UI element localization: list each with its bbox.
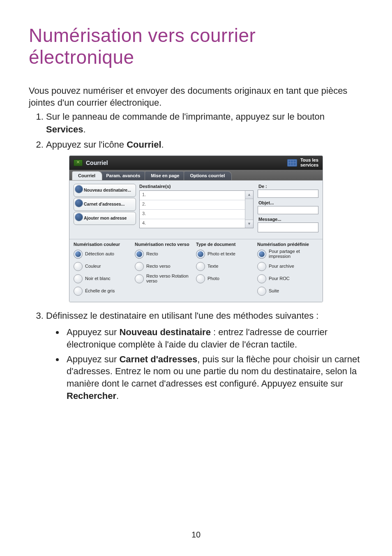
option-header: Type de document: [196, 242, 257, 247]
all-services-icon[interactable]: [287, 159, 297, 167]
radio-icon: [196, 274, 205, 283]
option-roc[interactable]: Pour ROC: [257, 273, 318, 285]
radio-icon: [135, 274, 144, 283]
option-texte[interactable]: Texte: [196, 261, 257, 272]
recipients-header: Destinataire(s): [139, 184, 254, 189]
option-photo-et-texte[interactable]: Photo et texte: [196, 248, 257, 260]
step-2-post: .: [161, 139, 164, 150]
option-photo[interactable]: Photo: [196, 273, 257, 285]
option-label: Suite: [269, 289, 279, 294]
option-label: Échelle de gris: [85, 289, 115, 294]
recipient-row[interactable]: 4.: [140, 219, 245, 229]
option-label: Recto verso Rotation verso: [146, 274, 196, 283]
radio-icon: [196, 262, 205, 271]
button-orb-icon: [75, 185, 83, 193]
recipients-scrollbar[interactable]: ▲ ▼: [245, 191, 253, 228]
radio-icon: [74, 262, 83, 271]
bullet-1: Appuyez sur Nouveau destinataire : entre…: [64, 326, 363, 350]
option-echelle-de-gris[interactable]: Échelle de gris: [74, 285, 135, 297]
subject-label: Objet...: [258, 200, 318, 205]
option-label: Recto: [146, 252, 158, 257]
option-recto[interactable]: Recto: [135, 248, 196, 260]
button-orb-icon: [75, 199, 83, 207]
step-1-pre: Sur le panneau de commande de l'impriman…: [46, 111, 325, 122]
option-archive[interactable]: Pour archive: [257, 261, 318, 272]
tab-param-avances[interactable]: Param. avancés: [100, 171, 147, 180]
address-book-button[interactable]: Carnet d'adresses...: [74, 198, 136, 211]
tab-strip: Courriel Param. avancés Mise en page Opt…: [69, 170, 323, 181]
tab-courriel[interactable]: Courriel: [72, 171, 102, 180]
option-label: Photo: [208, 276, 219, 281]
step-2: Appuyez sur l'icône Courriel.: [46, 139, 363, 151]
option-recto-verso[interactable]: Recto verso: [135, 261, 196, 272]
radio-icon: [74, 274, 83, 283]
new-recipient-label: Nouveau destinataire...: [84, 188, 131, 192]
scroll-down-icon[interactable]: ▼: [245, 220, 253, 228]
option-label: Pour partage et impression: [269, 249, 318, 259]
step-1-bold: Services: [46, 124, 83, 134]
radio-icon: [135, 262, 144, 271]
step-1: Sur le panneau de commande de l'impriman…: [46, 111, 363, 136]
intro-text: Vous pouvez numériser et envoyer des doc…: [29, 85, 363, 109]
window-title: Courriel: [86, 160, 108, 166]
scroll-track[interactable]: [245, 199, 253, 220]
option-label: Photo et texte: [208, 252, 235, 257]
option-detection-auto[interactable]: Détection auto: [74, 248, 135, 260]
step-2-bold: Courriel: [127, 139, 161, 150]
option-column-duplex: Numérisation recto verso Recto Recto ver…: [135, 242, 196, 298]
step-2-pre: Appuyez sur l'icône: [46, 139, 127, 150]
option-header: Numérisation prédéfinie: [257, 242, 318, 247]
recipient-row[interactable]: 3.: [140, 210, 245, 219]
option-label: Recto verso: [146, 264, 171, 269]
recipient-row[interactable]: 2.: [140, 200, 245, 210]
add-my-address-button[interactable]: Ajouter mon adresse: [74, 212, 136, 225]
radio-icon: [74, 250, 83, 259]
button-orb-icon: [75, 213, 83, 221]
bullet-2-post: .: [116, 391, 119, 401]
envelope-icon: [74, 160, 83, 166]
scroll-up-icon[interactable]: ▲: [245, 191, 253, 199]
option-label: Noir et blanc: [85, 276, 111, 281]
option-label: Détection auto: [85, 252, 114, 257]
tab-mise-en-page[interactable]: Mise en page: [145, 171, 186, 180]
tab-options-courriel[interactable]: Options courriel: [184, 171, 232, 180]
option-column-color: Numérisation couleur Détection auto Coul…: [74, 242, 135, 298]
email-screenshot: Courriel Tous les services Courriel Para…: [69, 155, 323, 302]
option-couleur[interactable]: Couleur: [74, 261, 135, 272]
radio-icon: [257, 287, 266, 296]
option-label: Texte: [208, 264, 218, 269]
add-my-address-label: Ajouter mon adresse: [84, 216, 127, 220]
from-label: De :: [258, 184, 318, 189]
option-label: Pour ROC: [269, 276, 290, 281]
new-recipient-button[interactable]: Nouveau destinataire...: [74, 184, 136, 197]
page-number: 10: [0, 530, 392, 540]
bullet-2-bold2: Rechercher: [67, 391, 116, 401]
step-1-post: .: [83, 124, 86, 134]
subject-field[interactable]: [258, 206, 318, 214]
bullet-1-bold: Nouveau destinataire: [119, 327, 211, 337]
option-header: Numérisation recto verso: [135, 242, 196, 247]
bullet-2-bold: Carnet d'adresses: [119, 354, 197, 364]
message-label: Message...: [258, 217, 318, 222]
radio-icon: [257, 250, 266, 259]
bullet-2: Appuyez sur Carnet d'adresses, puis sur …: [64, 353, 363, 402]
option-label: Couleur: [85, 264, 101, 269]
option-column-preset: Numérisation prédéfinie Pour partage et …: [257, 242, 318, 298]
option-label: Pour archive: [269, 264, 294, 269]
step-3: Définissez le destinataire en utilisant …: [46, 310, 363, 322]
option-noir-et-blanc[interactable]: Noir et blanc: [74, 273, 135, 285]
recipients-list[interactable]: 1. 2. 3. 4. ▲ ▼: [139, 190, 254, 228]
option-recto-verso-rotation[interactable]: Recto verso Rotation verso: [135, 273, 196, 285]
page-title: Numérisation vers courrier électronique: [29, 25, 363, 68]
bullet-1-pre: Appuyez sur: [67, 327, 119, 337]
all-services-label[interactable]: Tous les services: [300, 158, 318, 167]
option-suite[interactable]: Suite: [257, 285, 318, 297]
message-field[interactable]: [258, 222, 318, 232]
bullet-2-pre: Appuyez sur: [67, 354, 119, 364]
address-book-label: Carnet d'adresses...: [84, 202, 125, 206]
radio-icon: [257, 274, 266, 283]
from-field[interactable]: [258, 190, 318, 198]
recipient-row[interactable]: 1.: [140, 191, 245, 200]
radio-icon: [74, 287, 83, 296]
option-partage-impression[interactable]: Pour partage et impression: [257, 248, 318, 260]
